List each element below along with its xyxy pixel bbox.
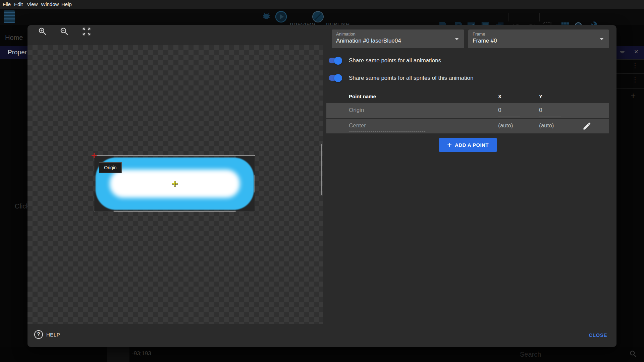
main-toolbar: PREVIEW PUBLISH bbox=[0, 9, 644, 25]
toolbar-separator bbox=[588, 13, 588, 21]
menu-view[interactable]: View bbox=[27, 1, 38, 7]
sprite-canvas-zone: Origin bbox=[28, 25, 323, 324]
frame-select-label: Frame bbox=[473, 32, 485, 37]
canvas-scrollbar[interactable] bbox=[321, 144, 322, 195]
toolbar-separator bbox=[539, 13, 540, 21]
origin-point-marker[interactable] bbox=[92, 153, 97, 158]
center-point-marker[interactable] bbox=[172, 181, 177, 186]
share-points-all-animations-toggle-thumb[interactable] bbox=[334, 57, 342, 65]
menu-edit[interactable]: Edit bbox=[14, 1, 23, 7]
search-underline bbox=[543, 359, 628, 359]
properties-panel-header-right: ✕ bbox=[616, 46, 644, 59]
tab-home[interactable]: Home bbox=[5, 34, 23, 42]
fit-to-screen-icon[interactable] bbox=[82, 26, 92, 37]
animation-select-label: Animation bbox=[336, 32, 356, 37]
publish-globe-icon[interactable] bbox=[312, 11, 324, 23]
point-x-field[interactable]: 0 bbox=[498, 107, 501, 114]
add-a-point-label: ADD A POINT bbox=[455, 142, 489, 148]
point-y-underline bbox=[539, 117, 561, 117]
app-window: File Edit View Window Help PREVIEW PUBLI… bbox=[0, 0, 644, 362]
animation-select-value: Animation #0 laserBlue04 bbox=[336, 38, 401, 44]
status-bar: -93;193 bbox=[0, 347, 644, 362]
points-editor-dialog: Origin Animation Animation #0 laserBlue0… bbox=[28, 25, 616, 347]
zoom-out-icon[interactable] bbox=[59, 26, 69, 37]
point-y-field[interactable]: 0 bbox=[539, 107, 542, 114]
column-header-point-name: Point name bbox=[349, 94, 376, 99]
animation-select[interactable]: Animation Animation #0 laserBlue04 bbox=[332, 29, 464, 48]
panel-row-separator bbox=[616, 73, 644, 74]
chevron-down-icon bbox=[455, 38, 459, 40]
frame-select-value: Frame #0 bbox=[473, 38, 497, 44]
table-row-origin[interactable]: Origin 0 0 bbox=[326, 103, 609, 118]
zoom-in-icon[interactable] bbox=[38, 26, 48, 37]
close-panel-icon[interactable]: ✕ bbox=[634, 49, 638, 55]
menu-bar: File Edit View Window Help bbox=[0, 0, 644, 9]
transparency-checkerboard[interactable]: Origin bbox=[28, 45, 323, 324]
panel-row-separator bbox=[616, 59, 644, 60]
table-row-center[interactable]: Center (auto) (auto) bbox=[326, 119, 609, 133]
status-block bbox=[107, 347, 129, 362]
edit-pencil-icon[interactable] bbox=[582, 121, 592, 131]
origin-tooltip: Origin bbox=[99, 162, 122, 173]
chevron-down-icon bbox=[600, 38, 604, 40]
search-input[interactable] bbox=[520, 349, 621, 360]
point-name-field: Origin bbox=[349, 107, 364, 114]
more-vert-icon[interactable]: ⋮ bbox=[632, 62, 638, 69]
help-label: HELP bbox=[46, 332, 60, 338]
canvas-zoom-toolbar bbox=[28, 25, 323, 45]
points-panel: Animation Animation #0 laserBlue04 Frame… bbox=[326, 25, 609, 324]
add-row-icon[interactable]: + bbox=[631, 90, 636, 101]
point-y-field: (auto) bbox=[539, 122, 554, 129]
point-x-underline bbox=[498, 117, 520, 117]
point-name-underline bbox=[349, 131, 426, 132]
background-click-text: Click bbox=[15, 202, 29, 210]
column-header-y: Y bbox=[539, 94, 542, 99]
menu-help[interactable]: Help bbox=[61, 1, 72, 7]
debug-icon[interactable] bbox=[261, 11, 272, 22]
properties-panel-header-left: Proper bbox=[0, 46, 28, 59]
menu-window[interactable]: Window bbox=[41, 1, 59, 7]
search-icon[interactable] bbox=[629, 350, 638, 358]
share-points-all-animations-label: Share same points for all animations bbox=[349, 57, 441, 64]
sprite-frame[interactable]: Origin bbox=[94, 155, 255, 212]
dialog-bottom-bar: ? HELP CLOSE bbox=[28, 324, 616, 347]
panel-row-separator bbox=[616, 88, 644, 89]
cursor-coordinates: -93;193 bbox=[132, 350, 151, 357]
more-vert-icon[interactable]: ⋮ bbox=[632, 76, 638, 83]
menu-file[interactable]: File bbox=[3, 1, 11, 7]
help-question-icon: ? bbox=[34, 330, 43, 339]
help-button[interactable]: ? HELP bbox=[34, 330, 60, 339]
share-points-all-sprites-label: Share same points for all sprites of thi… bbox=[349, 75, 473, 81]
toolbar-separator bbox=[508, 13, 508, 21]
close-button[interactable]: CLOSE bbox=[589, 332, 607, 338]
add-a-point-button[interactable]: + ADD A POINT bbox=[439, 138, 497, 152]
toolbar-separator bbox=[557, 13, 557, 21]
properties-panel-title: Proper bbox=[8, 49, 27, 56]
plus-icon: + bbox=[447, 141, 452, 149]
share-points-all-sprites-toggle-thumb[interactable] bbox=[334, 74, 342, 82]
frame-select[interactable]: Frame Frame #0 bbox=[468, 29, 609, 48]
point-name-underline bbox=[349, 116, 426, 116]
project-manager-icon[interactable] bbox=[4, 10, 15, 23]
point-x-field: (auto) bbox=[498, 122, 513, 129]
column-header-x: X bbox=[498, 94, 501, 99]
filter-icon[interactable] bbox=[619, 50, 625, 56]
preview-play-icon[interactable] bbox=[275, 11, 287, 23]
point-name-field: Center bbox=[349, 122, 366, 129]
